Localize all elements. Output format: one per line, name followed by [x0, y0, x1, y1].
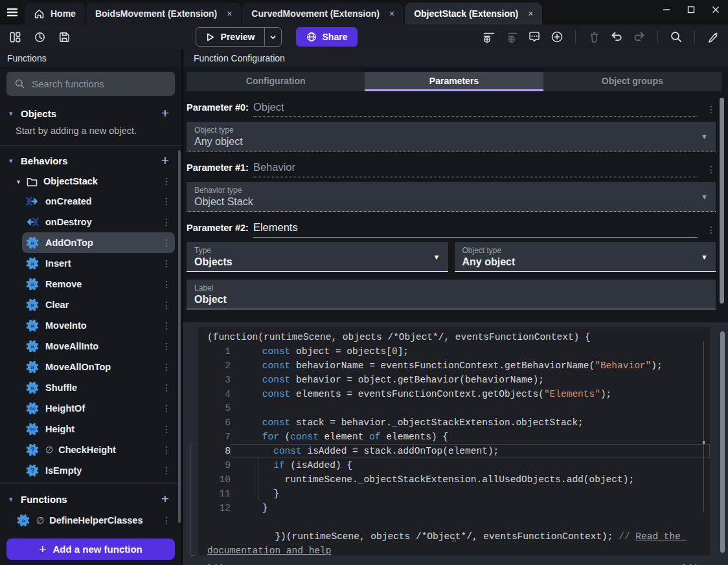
kebab-menu-icon[interactable]: ⋮ — [162, 176, 171, 186]
kebab-menu-icon[interactable]: ⋮ — [162, 465, 171, 476]
function-item-remove[interactable]: »Remove⋮ — [22, 274, 175, 294]
function-item-addontop[interactable]: »AddOnTop⋮ — [22, 232, 175, 253]
tab-object-groups[interactable]: Object groups — [543, 72, 722, 91]
function-item-shuffle[interactable]: »Shuffle⋮ — [22, 377, 175, 398]
search-icon[interactable] — [669, 30, 683, 44]
sidebar-section-behaviors[interactable]: ▾Behaviors+ — [0, 150, 181, 172]
version-history-icon[interactable] — [32, 30, 47, 44]
hamburger-menu-icon[interactable] — [0, 0, 25, 25]
svg-text:»: » — [30, 384, 34, 392]
tab-parameters[interactable]: Parameters — [365, 72, 543, 91]
add-circle-icon[interactable] — [550, 30, 564, 44]
select-object-type[interactable]: Object typeAny object▼ — [187, 122, 716, 151]
kebab-menu-icon[interactable]: ⋮ — [162, 320, 171, 331]
share-label: Share — [323, 32, 348, 42]
close-window-button[interactable] — [703, 0, 728, 19]
select-object-type[interactable]: Object typeAny object▼ — [455, 242, 716, 272]
function-item-moveinto[interactable]: »MoveInto⋮ — [22, 315, 175, 336]
kebab-menu-icon[interactable]: ⋮ — [162, 341, 171, 351]
line-content: runtimeScene._objectStackExtension.allUs… — [231, 472, 710, 487]
magic-wand-icon[interactable] — [706, 30, 720, 44]
chevron-down-icon[interactable]: ▾ — [17, 178, 20, 185]
minimize-button[interactable] — [654, 0, 679, 19]
svg-text:»: » — [30, 342, 34, 350]
kebab-menu-icon[interactable]: ⋮ — [162, 300, 171, 310]
close-tab-icon[interactable]: × — [524, 8, 533, 19]
sidebar-scrollbar[interactable] — [178, 150, 181, 523]
select-type[interactable]: TypeObjects▼ — [187, 242, 448, 272]
svg-text:»: » — [30, 322, 34, 329]
add-functions-icon[interactable]: + — [159, 491, 171, 507]
close-tab-icon[interactable]: × — [385, 8, 394, 19]
kebab-menu-icon[interactable]: ⋮ — [162, 445, 171, 455]
tab-boidsmovement-extension-[interactable]: BoidsMovement (Extension)× — [86, 3, 241, 25]
action-function-icon: » — [26, 381, 39, 394]
code-editor-scrollbar[interactable] — [720, 331, 725, 553]
kebab-menu-icon[interactable]: ⋮ — [707, 104, 716, 115]
parameter-name-input[interactable]: Elements — [253, 221, 698, 238]
function-item-isempty[interactable]: ?IsEmpty⋮ — [22, 460, 175, 481]
tab-curvedmovement-extension-[interactable]: CurvedMovement (Extension)× — [242, 3, 404, 25]
chevron-down-icon[interactable]: ▾ — [9, 495, 21, 504]
add-behaviors-icon[interactable]: + — [159, 153, 171, 168]
add-new-function-button[interactable]: + Add a new function — [6, 538, 175, 560]
add-objects-icon[interactable]: + — [159, 105, 171, 121]
kebab-menu-icon[interactable]: ⋮ — [162, 238, 171, 248]
function-item-label: onDestroy — [45, 217, 155, 227]
kebab-menu-icon[interactable]: ⋮ — [162, 424, 171, 434]
field-label: Label — [194, 283, 708, 293]
kebab-menu-icon[interactable]: ⋮ — [162, 258, 171, 269]
parameter-name-input[interactable]: Object — [253, 101, 698, 117]
function-item-oncreated[interactable]: onCreated⋮ — [22, 191, 175, 212]
add-subevent-icon[interactable] — [505, 30, 519, 44]
share-button[interactable]: Share — [296, 27, 358, 47]
tab-home[interactable]: Home — [25, 3, 85, 25]
function-item-height[interactable]: f(x)Height⋮ — [22, 419, 175, 439]
kebab-menu-icon[interactable]: ⋮ — [162, 279, 171, 289]
kebab-menu-icon[interactable]: ⋮ — [162, 217, 171, 227]
delete-icon[interactable] — [587, 30, 601, 44]
kebab-menu-icon[interactable]: ⋮ — [162, 196, 171, 206]
undo-icon[interactable] — [609, 30, 624, 44]
function-item-definehelperclasses[interactable]: »∅DefineHelperClasses⋮ — [13, 510, 175, 531]
sidebar-section-functions[interactable]: ▾Functions+ — [0, 488, 181, 510]
function-item-moveallinto[interactable]: »MoveAllInto⋮ — [22, 336, 175, 357]
field-value: Object Stack — [194, 196, 708, 208]
kebab-menu-icon[interactable]: ⋮ — [707, 164, 716, 175]
input-label[interactable]: LabelObject — [187, 280, 716, 309]
preview-options-button[interactable] — [264, 28, 281, 46]
add-comment-icon[interactable] — [527, 30, 541, 44]
preview-button[interactable]: Preview — [196, 28, 264, 46]
close-tab-icon[interactable]: × — [223, 8, 232, 19]
behavior-group-objectstack[interactable]: ▾ObjectStack⋮ — [0, 172, 181, 191]
javascript-code-editor[interactable]: (function(runtimeScene, objects /*Object… — [198, 327, 710, 555]
function-item-checkheight[interactable]: ?∅CheckHeight⋮ — [22, 439, 175, 460]
tab-configuration[interactable]: Configuration — [187, 72, 365, 91]
sidebar-section-objects[interactable]: ▾Objects+ — [0, 102, 181, 124]
tab-objectstack-extension-[interactable]: ObjectStack (Extension)× — [405, 3, 542, 25]
select-behavior-type[interactable]: Behavior typeObject Stack▼ — [187, 182, 716, 212]
redo-icon[interactable] — [632, 30, 646, 44]
function-item-moveallontop[interactable]: »MoveAllOnTop⋮ — [22, 357, 175, 377]
function-item-ondestroy[interactable]: onDestroy⋮ — [22, 212, 175, 232]
kebab-menu-icon[interactable]: ⋮ — [162, 403, 171, 414]
panels-layout-icon[interactable] — [8, 30, 22, 44]
kebab-menu-icon[interactable]: ⋮ — [162, 515, 171, 526]
chevron-down-icon[interactable]: ▾ — [9, 157, 21, 165]
resize-caret-icon[interactable]: ^ — [451, 535, 456, 549]
function-item-clear[interactable]: »Clear⋮ — [22, 294, 175, 315]
add-event-icon[interactable] — [482, 30, 496, 44]
chevron-down-icon[interactable]: ▾ — [9, 109, 21, 118]
parameter-name-input[interactable]: Behavior — [253, 161, 698, 177]
search-functions-input[interactable]: Search functions — [6, 72, 175, 96]
function-item-heightof[interactable]: f(x)HeightOf⋮ — [22, 398, 175, 419]
svg-text:»: » — [30, 280, 34, 288]
function-item-insert[interactable]: »Insert⋮ — [22, 253, 175, 274]
kebab-menu-icon[interactable]: ⋮ — [162, 362, 171, 372]
parameters-scrollbar[interactable] — [720, 98, 724, 304]
kebab-menu-icon[interactable]: ⋮ — [162, 382, 171, 393]
save-icon[interactable] — [57, 30, 71, 44]
kebab-menu-icon[interactable]: ⋮ — [707, 225, 716, 235]
maximize-button[interactable] — [679, 0, 703, 19]
function-item-containsbetween[interactable]: ?ContainsBetween⋮ — [13, 531, 175, 533]
